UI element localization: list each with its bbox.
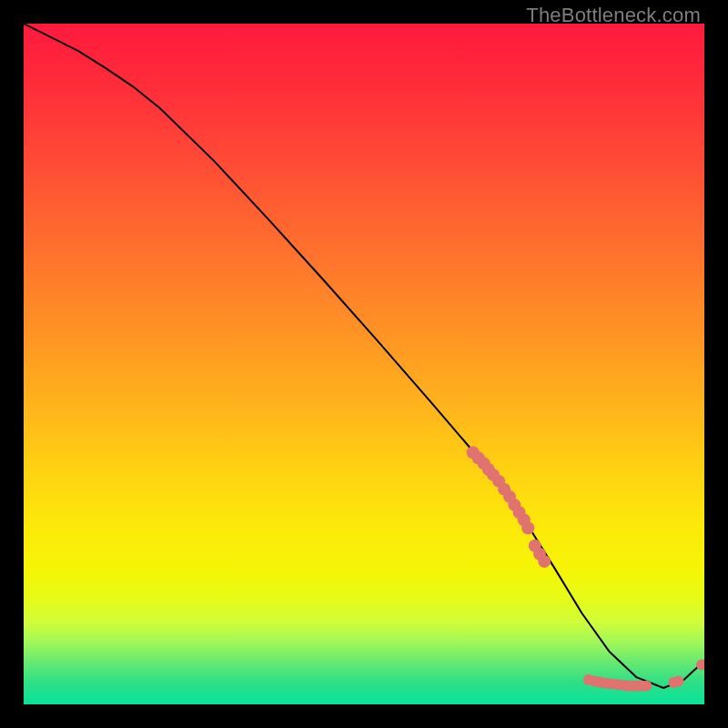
- chart-frame: TheBottleneck.com: [0, 0, 728, 728]
- data-point: [482, 463, 495, 476]
- data-point: [636, 681, 647, 692]
- data-point: [518, 513, 531, 526]
- watermark-text: TheBottleneck.com: [526, 4, 701, 27]
- data-point: [612, 679, 623, 690]
- data-point: [622, 681, 633, 692]
- data-point: [601, 678, 612, 689]
- data-point: [487, 469, 500, 481]
- data-point: [627, 681, 638, 692]
- data-point: [521, 521, 534, 534]
- data-point: [606, 679, 617, 690]
- data-point: [696, 660, 704, 671]
- data-point: [641, 681, 652, 692]
- data-point: [513, 506, 526, 519]
- data-point: [478, 457, 490, 470]
- data-point: [596, 677, 607, 688]
- data-point: [538, 555, 551, 568]
- data-point: [592, 676, 603, 687]
- data-point: [498, 483, 511, 496]
- curve-line: [24, 24, 704, 688]
- data-point: [472, 451, 485, 464]
- plot-area: [24, 24, 704, 704]
- data-point: [467, 446, 480, 459]
- data-point: [619, 680, 630, 691]
- data-point: [668, 677, 679, 688]
- data-point: [533, 548, 546, 561]
- data-point: [503, 490, 516, 503]
- data-point: [583, 674, 594, 685]
- data-point: [492, 475, 505, 488]
- data-point: [529, 540, 541, 552]
- data-point: [589, 676, 600, 687]
- data-point: [673, 676, 684, 687]
- chart-svg: [24, 24, 704, 704]
- data-point: [632, 681, 643, 692]
- data-point: [508, 499, 521, 511]
